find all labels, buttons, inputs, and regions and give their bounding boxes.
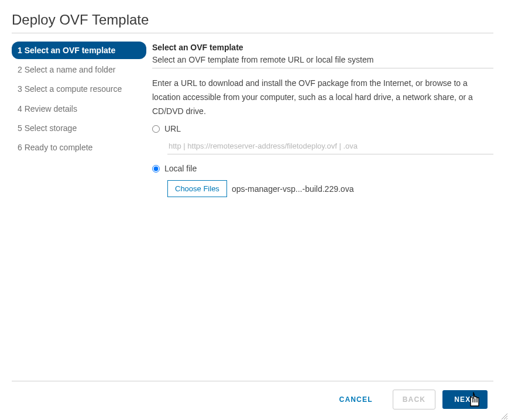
deploy-ovf-dialog: Deploy OVF Template 1 Select an OVF temp… (0, 0, 508, 420)
panel-instruction: Enter a URL to download and install the … (152, 77, 493, 118)
step-2-select-name-folder[interactable]: 2 Select a name and folder (12, 61, 146, 78)
back-button: BACK (393, 390, 435, 409)
selected-filename: ops-manager-vsp...-build.229.ova (232, 184, 354, 194)
url-input-wrap (152, 138, 493, 160)
radio-url-label: URL (164, 124, 181, 133)
choose-files-button[interactable]: Choose Files (167, 180, 227, 197)
dialog-footer: CANCEL BACK NEXT (12, 381, 493, 420)
step-3-select-compute-resource[interactable]: 3 Select a compute resource (12, 80, 146, 98)
cancel-button[interactable]: CANCEL (330, 390, 382, 409)
local-file-row: Choose Files ops-manager-vsp...-build.22… (152, 180, 493, 197)
url-input[interactable] (167, 138, 493, 154)
panel-subheading: Select an OVF template from remote URL o… (152, 55, 493, 64)
wizard-sidebar: 1 Select an OVF template 2 Select a name… (12, 40, 146, 381)
dialog-title: Deploy OVF Template (12, 12, 493, 28)
radio-local-file-label: Local file (164, 164, 197, 173)
step-4-review-details[interactable]: 4 Review details (12, 100, 146, 118)
next-button[interactable]: NEXT (442, 390, 488, 409)
wizard-panel: Select an OVF template Select an OVF tem… (146, 40, 493, 381)
step-6-ready-to-complete[interactable]: 6 Ready to complete (12, 139, 146, 156)
radio-url[interactable] (152, 125, 160, 133)
radio-local-file[interactable] (152, 165, 160, 173)
panel-divider (152, 68, 493, 68)
title-divider (12, 33, 493, 33)
source-local-file-option[interactable]: Local file (152, 164, 493, 173)
panel-heading: Select an OVF template (152, 43, 493, 52)
step-1-select-ovf-template[interactable]: 1 Select an OVF template (12, 42, 146, 59)
step-5-select-storage[interactable]: 5 Select storage (12, 119, 146, 137)
source-url-option[interactable]: URL (152, 124, 493, 133)
dialog-content: 1 Select an OVF template 2 Select a name… (12, 40, 493, 381)
